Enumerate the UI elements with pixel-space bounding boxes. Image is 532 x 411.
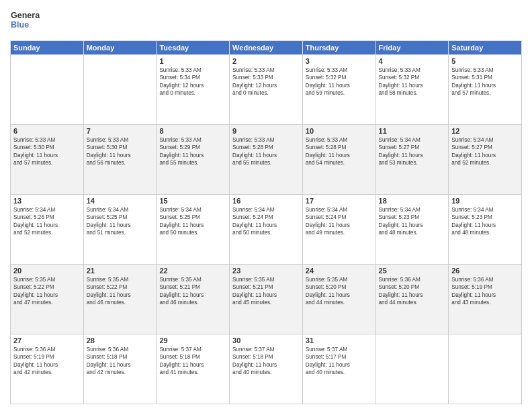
day-info: Sunrise: 5:37 AM Sunset: 5:17 PM Dayligh… (306, 346, 373, 377)
logo: General Blue (10, 7, 40, 36)
svg-text:Blue: Blue (11, 20, 29, 30)
day-cell: 29Sunrise: 5:37 AM Sunset: 5:18 PM Dayli… (157, 334, 230, 404)
day-number: 10 (306, 127, 373, 135)
weekday-header-row: SundayMondayTuesdayWednesdayThursdayFrid… (11, 41, 522, 55)
day-info: Sunrise: 5:33 AM Sunset: 5:32 PM Dayligh… (379, 66, 446, 97)
day-number: 11 (379, 127, 446, 135)
day-cell: 6Sunrise: 5:33 AM Sunset: 5:30 PM Daylig… (11, 125, 84, 195)
day-cell: 20Sunrise: 5:35 AM Sunset: 5:22 PM Dayli… (11, 265, 84, 334)
day-number: 27 (13, 336, 81, 345)
day-info: Sunrise: 5:36 AM Sunset: 5:19 PM Dayligh… (13, 346, 81, 377)
day-cell: 28Sunrise: 5:36 AM Sunset: 5:18 PM Dayli… (83, 334, 157, 404)
day-cell: 1Sunrise: 5:33 AM Sunset: 5:34 PM Daylig… (157, 55, 230, 125)
day-cell: 2Sunrise: 5:33 AM Sunset: 5:33 PM Daylig… (230, 55, 303, 125)
header: General Blue (10, 7, 522, 36)
day-info: Sunrise: 5:33 AM Sunset: 5:28 PM Dayligh… (232, 136, 300, 167)
day-number: 20 (13, 267, 81, 275)
day-info: Sunrise: 5:34 AM Sunset: 5:27 PM Dayligh… (379, 136, 446, 167)
day-number: 12 (451, 127, 519, 135)
day-cell: 17Sunrise: 5:34 AM Sunset: 5:24 PM Dayli… (302, 195, 375, 265)
day-cell: 15Sunrise: 5:34 AM Sunset: 5:25 PM Dayli… (157, 195, 230, 265)
day-cell: 26Sunrise: 5:36 AM Sunset: 5:19 PM Dayli… (449, 265, 522, 334)
day-info: Sunrise: 5:36 AM Sunset: 5:18 PM Dayligh… (87, 346, 154, 377)
day-cell: 31Sunrise: 5:37 AM Sunset: 5:17 PM Dayli… (302, 334, 375, 404)
day-number: 26 (451, 267, 519, 275)
weekday-header-sunday: Sunday (11, 41, 84, 55)
day-cell: 5Sunrise: 5:33 AM Sunset: 5:31 PM Daylig… (449, 55, 522, 125)
day-info: Sunrise: 5:35 AM Sunset: 5:20 PM Dayligh… (306, 276, 373, 307)
day-info: Sunrise: 5:36 AM Sunset: 5:19 PM Dayligh… (451, 276, 519, 307)
day-info: Sunrise: 5:34 AM Sunset: 5:25 PM Dayligh… (159, 206, 226, 237)
day-info: Sunrise: 5:35 AM Sunset: 5:22 PM Dayligh… (13, 276, 81, 307)
day-number: 14 (87, 197, 154, 205)
day-number: 13 (13, 197, 81, 205)
day-number: 9 (232, 127, 300, 135)
day-cell: 18Sunrise: 5:34 AM Sunset: 5:23 PM Dayli… (375, 195, 449, 265)
week-row-1: 1Sunrise: 5:33 AM Sunset: 5:34 PM Daylig… (11, 55, 522, 125)
day-number: 8 (159, 127, 226, 135)
week-row-5: 27Sunrise: 5:36 AM Sunset: 5:19 PM Dayli… (11, 334, 522, 404)
day-cell (83, 55, 157, 125)
day-info: Sunrise: 5:33 AM Sunset: 5:34 PM Dayligh… (159, 66, 226, 97)
day-number: 3 (306, 57, 373, 65)
day-cell: 7Sunrise: 5:33 AM Sunset: 5:30 PM Daylig… (83, 125, 157, 195)
day-number: 18 (379, 197, 446, 205)
day-number: 22 (159, 267, 226, 275)
day-info: Sunrise: 5:33 AM Sunset: 5:30 PM Dayligh… (87, 136, 154, 167)
day-info: Sunrise: 5:37 AM Sunset: 5:18 PM Dayligh… (232, 346, 300, 377)
day-cell: 24Sunrise: 5:35 AM Sunset: 5:20 PM Dayli… (302, 265, 375, 334)
day-cell: 14Sunrise: 5:34 AM Sunset: 5:25 PM Dayli… (83, 195, 157, 265)
day-cell: 23Sunrise: 5:35 AM Sunset: 5:21 PM Dayli… (230, 265, 303, 334)
day-cell: 19Sunrise: 5:34 AM Sunset: 5:23 PM Dayli… (449, 195, 522, 265)
day-info: Sunrise: 5:34 AM Sunset: 5:24 PM Dayligh… (306, 206, 373, 237)
day-cell (375, 334, 449, 404)
day-number: 6 (13, 127, 81, 135)
week-row-3: 13Sunrise: 5:34 AM Sunset: 5:26 PM Dayli… (11, 195, 522, 265)
day-cell: 27Sunrise: 5:36 AM Sunset: 5:19 PM Dayli… (11, 334, 84, 404)
weekday-header-tuesday: Tuesday (157, 41, 230, 55)
day-number: 21 (87, 267, 154, 275)
day-cell: 13Sunrise: 5:34 AM Sunset: 5:26 PM Dayli… (11, 195, 84, 265)
day-number: 2 (232, 57, 300, 65)
day-number: 16 (232, 197, 300, 205)
week-row-2: 6Sunrise: 5:33 AM Sunset: 5:30 PM Daylig… (11, 125, 522, 195)
day-info: Sunrise: 5:33 AM Sunset: 5:32 PM Dayligh… (306, 66, 373, 97)
day-cell: 16Sunrise: 5:34 AM Sunset: 5:24 PM Dayli… (230, 195, 303, 265)
logo-svg: General Blue (10, 7, 40, 36)
day-info: Sunrise: 5:35 AM Sunset: 5:21 PM Dayligh… (159, 276, 226, 307)
weekday-header-monday: Monday (83, 41, 157, 55)
day-number: 1 (159, 57, 226, 65)
svg-text:General: General (11, 11, 40, 20)
weekday-header-saturday: Saturday (449, 41, 522, 55)
day-number: 7 (87, 127, 154, 135)
day-info: Sunrise: 5:35 AM Sunset: 5:21 PM Dayligh… (232, 276, 300, 307)
day-number: 24 (306, 267, 373, 275)
day-cell: 12Sunrise: 5:34 AM Sunset: 5:27 PM Dayli… (449, 125, 522, 195)
day-number: 28 (87, 336, 154, 345)
day-cell: 25Sunrise: 5:36 AM Sunset: 5:20 PM Dayli… (375, 265, 449, 334)
day-info: Sunrise: 5:36 AM Sunset: 5:20 PM Dayligh… (379, 276, 446, 307)
day-info: Sunrise: 5:33 AM Sunset: 5:33 PM Dayligh… (232, 66, 300, 97)
day-cell (11, 55, 84, 125)
day-info: Sunrise: 5:34 AM Sunset: 5:24 PM Dayligh… (232, 206, 300, 237)
day-cell: 9Sunrise: 5:33 AM Sunset: 5:28 PM Daylig… (230, 125, 303, 195)
day-number: 5 (451, 57, 519, 65)
day-number: 30 (232, 336, 300, 345)
day-cell: 8Sunrise: 5:33 AM Sunset: 5:29 PM Daylig… (157, 125, 230, 195)
weekday-header-friday: Friday (375, 41, 449, 55)
day-number: 23 (232, 267, 300, 275)
day-number: 4 (379, 57, 446, 65)
day-number: 17 (306, 197, 373, 205)
day-info: Sunrise: 5:35 AM Sunset: 5:22 PM Dayligh… (87, 276, 154, 307)
week-row-4: 20Sunrise: 5:35 AM Sunset: 5:22 PM Dayli… (11, 265, 522, 334)
day-cell: 3Sunrise: 5:33 AM Sunset: 5:32 PM Daylig… (302, 55, 375, 125)
day-number: 25 (379, 267, 446, 275)
day-cell: 30Sunrise: 5:37 AM Sunset: 5:18 PM Dayli… (230, 334, 303, 404)
day-info: Sunrise: 5:34 AM Sunset: 5:25 PM Dayligh… (87, 206, 154, 237)
day-number: 29 (159, 336, 226, 345)
day-info: Sunrise: 5:37 AM Sunset: 5:18 PM Dayligh… (159, 346, 226, 377)
day-info: Sunrise: 5:34 AM Sunset: 5:23 PM Dayligh… (379, 206, 446, 237)
weekday-header-thursday: Thursday (302, 41, 375, 55)
day-cell: 21Sunrise: 5:35 AM Sunset: 5:22 PM Dayli… (83, 265, 157, 334)
day-cell (449, 334, 522, 404)
